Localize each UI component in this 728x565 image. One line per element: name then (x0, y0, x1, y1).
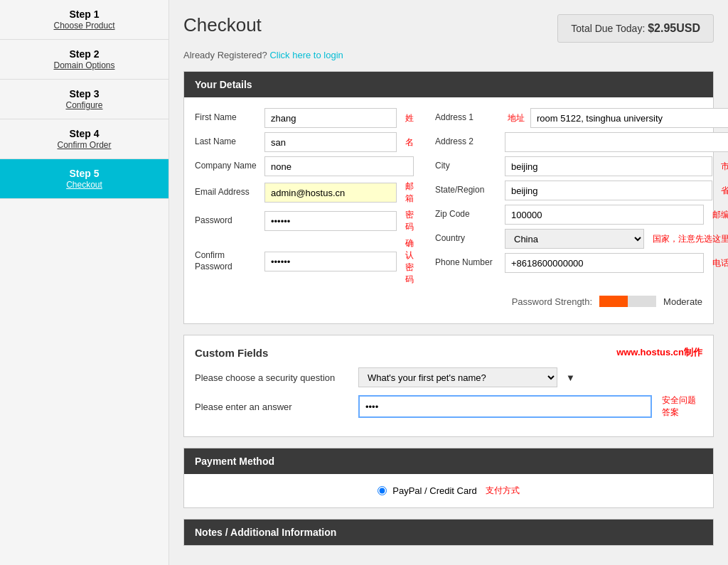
step2-label: Domain Options (53, 60, 114, 70)
step1-num: Step 1 (7, 9, 161, 20)
your-details-section: Your Details First Name 姓 Last Name 名 (183, 71, 714, 324)
password-strength-text: Moderate (663, 296, 702, 307)
confirm-password-label: Confirm Password (195, 250, 259, 272)
first-name-note: 姓 (405, 112, 414, 124)
total-amount: $2.95USD (648, 22, 700, 34)
address1-label: Address 1 (435, 112, 499, 124)
sidebar-item-step4[interactable]: Step 4 Confirm Order (0, 119, 168, 159)
payment-method-header: Payment Method (184, 448, 713, 474)
city-row: City 市 (435, 156, 728, 176)
hostus-link: www.hostus.cn制作 (616, 346, 702, 359)
confirm-password-note: 确认密码 (405, 237, 414, 286)
login-link[interactable]: Click here to login (269, 50, 343, 60)
payment-body: PayPal / Credit Card 支付方式 (184, 474, 713, 507)
step3-num: Step 3 (7, 88, 161, 99)
state-note: 省 (721, 185, 728, 197)
email-note: 邮箱 (405, 181, 414, 205)
step2-num: Step 2 (7, 48, 161, 60)
zip-label: Zip Code (435, 209, 499, 220)
answer-input[interactable] (358, 395, 652, 418)
address2-input[interactable] (505, 132, 728, 152)
step1-label: Choose Product (53, 21, 114, 31)
left-col: First Name 姓 Last Name 名 Company Name (195, 108, 414, 290)
company-row: Company Name (195, 156, 414, 176)
last-name-note: 名 (405, 136, 414, 149)
custom-fields-title: Custom Fields (195, 347, 268, 359)
zip-input[interactable] (505, 205, 704, 225)
step5-num: Step 5 (7, 168, 161, 179)
total-due-box: Total Due Today: $2.95USD (557, 14, 714, 43)
paypal-option: PayPal / Credit Card 支付方式 (195, 485, 702, 497)
city-note: 市 (721, 161, 728, 173)
zip-note: 邮编 (712, 209, 728, 221)
sidebar-item-step1[interactable]: Step 1 Choose Product (0, 0, 168, 40)
first-name-label: First Name (195, 112, 259, 124)
last-name-input[interactable] (264, 132, 397, 152)
state-input[interactable] (505, 181, 712, 200)
step3-label: Configure (65, 100, 102, 110)
password-label: Password (195, 215, 259, 227)
country-row: Country China 国家，注意先选这里 (435, 229, 728, 249)
login-prompt-text: Already Registered? (183, 50, 267, 60)
country-note: 国家，注意先选这里 (653, 233, 728, 245)
page-header: Checkout Total Due Today: $2.95USD (183, 14, 714, 43)
answer-label: Please enter an answer (195, 402, 351, 412)
paypal-radio[interactable] (378, 486, 387, 495)
right-col: Address 1 地址 Address 2 City 市 State (435, 108, 728, 290)
country-select[interactable]: China (505, 229, 644, 249)
first-name-input[interactable] (264, 108, 397, 128)
sidebar-item-step5[interactable]: Step 5 Checkout (0, 159, 168, 199)
main-content: Checkout Total Due Today: $2.95USD Alrea… (169, 0, 728, 565)
email-input[interactable] (264, 183, 397, 203)
email-row: Email Address 邮箱 (195, 181, 414, 205)
details-form: First Name 姓 Last Name 名 Company Name (195, 108, 702, 290)
sidebar: Step 1 Choose Product Step 2 Domain Opti… (0, 0, 169, 565)
step4-num: Step 4 (7, 128, 161, 139)
custom-fields-header: Custom Fields www.hostus.cn制作 (195, 346, 702, 359)
state-label: State/Region (435, 185, 499, 196)
custom-fields-section: Custom Fields www.hostus.cn制作 Please cho… (183, 335, 714, 437)
paypal-label: PayPal / Credit Card (392, 485, 477, 496)
last-name-label: Last Name (195, 136, 259, 148)
notes-header: Notes / Additional Information (184, 520, 713, 545)
notes-section: Notes / Additional Information (183, 519, 714, 546)
city-input[interactable] (505, 156, 712, 176)
password-strength-bar (599, 296, 656, 307)
step4-label: Confirm Order (57, 140, 111, 150)
password-strength-row: Password Strength: Moderate (195, 296, 702, 307)
password-strength-label: Password Strength: (512, 296, 592, 307)
password-row: Password 密码 (195, 209, 414, 233)
first-name-row: First Name 姓 (195, 108, 414, 128)
password-note: 密码 (405, 209, 414, 233)
payment-note: 支付方式 (486, 485, 520, 497)
address2-label: Address 2 (435, 136, 499, 148)
confirm-password-input[interactable] (264, 252, 397, 271)
step5-label: Checkout (66, 180, 102, 190)
address2-row: Address 2 (435, 132, 728, 152)
payment-method-section: Payment Method PayPal / Credit Card 支付方式 (183, 448, 714, 508)
state-row: State/Region 省 (435, 181, 728, 200)
your-details-header: Your Details (184, 72, 713, 97)
email-label: Email Address (195, 187, 259, 198)
sidebar-item-step3[interactable]: Step 3 Configure (0, 80, 168, 119)
confirm-password-row: Confirm Password 确认密码 (195, 237, 414, 286)
login-prompt: Already Registered? Click here to login (183, 50, 714, 60)
phone-note: 电话 (712, 257, 728, 269)
security-question-select[interactable]: What's your first pet's name?What's your… (358, 367, 557, 387)
your-details-body: First Name 姓 Last Name 名 Company Name (184, 97, 713, 323)
dropdown-arrow-icon: ▼ (566, 372, 575, 383)
total-label: Total Due Today: (571, 23, 645, 34)
phone-input[interactable] (505, 253, 704, 273)
country-label: Country (435, 233, 499, 244)
company-label: Company Name (195, 161, 259, 172)
last-name-row: Last Name 名 (195, 132, 414, 152)
zip-row: Zip Code 邮编 (435, 205, 728, 225)
password-strength-fill (599, 296, 628, 307)
password-input[interactable] (264, 211, 397, 231)
address1-input[interactable] (530, 108, 728, 128)
answer-row: Please enter an answer 安全问题答案 (195, 394, 702, 419)
company-input[interactable] (264, 156, 414, 176)
security-question-label: Please choose a security question (195, 372, 351, 383)
sidebar-item-step2[interactable]: Step 2 Domain Options (0, 40, 168, 80)
answer-note: 安全问题答案 (662, 394, 702, 419)
